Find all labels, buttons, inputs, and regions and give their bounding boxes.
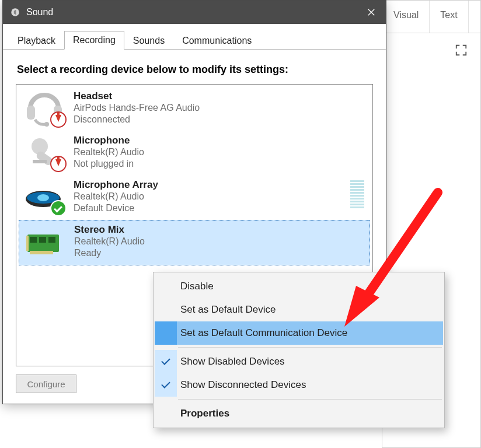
svg-rect-13 bbox=[26, 236, 29, 251]
device-sub2: Not plugged in bbox=[74, 158, 144, 170]
titlebar: Sound bbox=[3, 1, 386, 24]
close-button[interactable] bbox=[357, 1, 386, 24]
menu-properties[interactable]: Properties bbox=[155, 402, 443, 425]
menu-set-default-device[interactable]: Set as Default Device bbox=[155, 298, 443, 321]
svg-point-8 bbox=[37, 194, 49, 201]
expand-icon[interactable] bbox=[455, 44, 468, 57]
device-sub1: AirPods Hands-Free AG Audio bbox=[74, 102, 200, 114]
device-name: Stereo Mix bbox=[74, 224, 145, 236]
status-badge-unplugged-icon bbox=[50, 156, 67, 172]
check-icon bbox=[162, 358, 170, 365]
menu-show-disconnected[interactable]: Show Disconnected Devices bbox=[155, 373, 443, 397]
device-row-stereo-mix[interactable]: Stereo Mix Realtek(R) Audio Ready bbox=[19, 220, 370, 265]
device-sub1: Realtek(R) Audio bbox=[74, 236, 145, 247]
svg-rect-11 bbox=[39, 237, 46, 243]
tab-playback[interactable]: Playback bbox=[9, 32, 64, 50]
svg-point-3 bbox=[44, 122, 49, 127]
menu-separator bbox=[178, 399, 442, 400]
device-row-headset[interactable]: Headset AirPods Hands-Free AG Audio Disc… bbox=[19, 87, 370, 131]
context-menu: Disable Set as Default Device Set as Def… bbox=[153, 272, 445, 428]
sound-icon bbox=[9, 6, 22, 19]
device-row-microphone[interactable]: Microphone Realtek(R) Audio Not plugged … bbox=[19, 131, 370, 176]
configure-button[interactable]: Configure bbox=[16, 374, 76, 393]
instruction-text: Select a recording device below to modif… bbox=[17, 64, 373, 76]
level-meter bbox=[350, 180, 364, 208]
menu-disable[interactable]: Disable bbox=[155, 275, 443, 298]
svg-rect-14 bbox=[30, 251, 53, 254]
tab-visual[interactable]: Visual bbox=[382, 1, 430, 33]
microphone-icon bbox=[22, 135, 68, 171]
svg-rect-10 bbox=[30, 237, 37, 243]
device-name: Microphone Array bbox=[74, 179, 158, 191]
device-row-mic-array[interactable]: Microphone Array Realtek(R) Audio Defaul… bbox=[19, 176, 370, 220]
svg-rect-1 bbox=[27, 106, 35, 120]
device-name: Microphone bbox=[74, 135, 144, 146]
device-name: Headset bbox=[74, 90, 200, 102]
svg-rect-12 bbox=[48, 237, 55, 243]
headset-icon bbox=[22, 90, 68, 127]
tab-recording[interactable]: Recording bbox=[64, 31, 124, 50]
tab-communications[interactable]: Communications bbox=[173, 32, 260, 50]
status-badge-disconnected-icon bbox=[50, 111, 67, 128]
menu-show-disabled[interactable]: Show Disabled Devices bbox=[155, 350, 443, 373]
check-icon bbox=[162, 382, 170, 388]
tab-text[interactable]: Text bbox=[430, 1, 468, 33]
device-sub2: Disconnected bbox=[74, 114, 200, 125]
menu-separator bbox=[178, 347, 442, 348]
sound-card-icon bbox=[23, 224, 68, 260]
dialog-title: Sound bbox=[26, 7, 357, 18]
background-tabs: Visual Text bbox=[382, 1, 480, 33]
device-sub1: Realtek(R) Audio bbox=[74, 146, 144, 158]
dialog-tabs: Playback Recording Sounds Communications bbox=[3, 26, 386, 50]
device-sub2: Default Device bbox=[74, 202, 158, 214]
device-sub2: Ready bbox=[74, 247, 145, 259]
webcam-icon bbox=[22, 179, 68, 215]
device-sub1: Realtek(R) Audio bbox=[74, 191, 158, 202]
status-badge-default-icon bbox=[50, 200, 67, 216]
tab-sounds[interactable]: Sounds bbox=[124, 32, 173, 50]
menu-set-default-comm-device[interactable]: Set as Default Communication Device bbox=[155, 321, 443, 345]
